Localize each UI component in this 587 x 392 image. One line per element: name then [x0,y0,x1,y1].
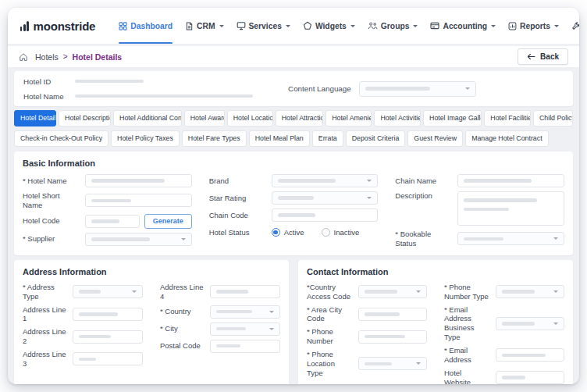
bookable-status-select[interactable] [457,232,564,245]
generate-button[interactable]: Generate [144,214,192,229]
address-line-2-input[interactable] [73,330,143,344]
star-rating-select[interactable] [272,191,379,205]
form-row: * Phone Number [307,327,427,346]
chain-name-input[interactable] [457,174,564,187]
tab-hotel-image-gallery[interactable]: Hotel Image Gallery [423,110,482,127]
section-title: Contact Information [307,267,564,276]
phone-number-type-select[interactable] [496,285,564,298]
radio-active[interactable]: Active [272,228,304,237]
tab-hotel-policy-taxes[interactable]: Hotel Policy Taxes [111,130,180,147]
address-line-4-input[interactable] [210,285,280,298]
crm-icon [185,22,194,30]
form-row: * Supplier [23,233,192,246]
country-select[interactable] [210,305,280,319]
city-select[interactable] [210,323,280,336]
dashboard-icon [119,22,127,30]
content-language-select[interactable] [359,81,476,97]
tab-manage-hotel-contract[interactable]: Manage Hotel Contract [465,130,548,147]
placeholder-bar [502,354,546,358]
form-row: Brand [209,174,379,187]
tab-hotel-meal-plan[interactable]: Hotel Meal Plan [249,130,310,147]
tab-hotel-facilities[interactable]: Hotel Facilities [484,110,531,127]
hotel-short-name-input[interactable] [85,194,192,207]
area-city-code-input[interactable] [358,308,427,321]
tab-hotel-details[interactable]: Hotel Details [14,110,56,127]
field-label: *Country Access Code [307,283,358,301]
tab-hotel-activities[interactable]: Hotel Activities [374,110,421,127]
phone-location-type-select[interactable] [358,357,427,370]
address-type-select[interactable] [73,285,143,298]
chevron-down-icon [416,362,421,365]
tab-hotel-additional-contact[interactable]: Hotel Additional Contact [113,110,182,127]
supplier-select[interactable] [85,233,192,246]
field-control: ActiveInactive [272,228,379,237]
content-language-label: Content Language [288,84,351,93]
form-column: * Phone Number Type* Email Address Busin… [444,283,564,384]
field-control [210,340,280,353]
nav-item-reports[interactable]: Reports [508,8,559,44]
field-label: * City [160,324,210,333]
address-contact-row: Address Information * Address TypeAddres… [14,255,573,384]
breadcrumb-hotels[interactable]: Hotels [35,52,59,62]
back-arrow-icon [527,53,535,60]
phone-number-input[interactable] [358,330,427,344]
postal-code-input[interactable] [210,340,280,353]
nav-item-groups[interactable]: Groups [368,8,418,44]
nav-item-utilities[interactable]: Utilities [571,8,579,44]
tab-hotel-award[interactable]: Hotel Award [184,110,225,127]
description-textarea[interactable] [457,191,564,226]
address-line-1-input[interactable] [73,308,143,321]
address-line-3-input[interactable] [73,352,143,365]
radio-inactive[interactable]: Inactive [322,228,360,237]
field-label: Address Line 3 [23,350,73,369]
tab-hotel-description[interactable]: Hotel Description [59,110,111,127]
chain-code-input[interactable] [272,208,379,222]
placeholder-bar [278,196,314,200]
field-control [272,174,379,187]
form-row: Star Rating [209,191,379,205]
hotel-code-input[interactable] [85,215,140,228]
field-control [496,348,564,362]
chevron-down-icon [286,25,290,27]
brand-logo[interactable]: moonstride [20,20,95,33]
hotel-name-input[interactable] [85,174,192,187]
tab-errata[interactable]: Errata [312,130,343,147]
hotel-website-input[interactable] [496,371,564,384]
brand-name: moonstride [34,20,96,33]
field-label: * Area City Code [307,305,358,324]
field-label: Hotel Website [444,369,496,384]
widgets-icon [303,21,312,30]
field-label: Chain Name [395,176,457,186]
field-control [358,285,427,298]
nav-item-crm[interactable]: CRM [185,8,223,44]
brand-select[interactable] [272,174,379,187]
tab-child-policy[interactable]: Child Policy [533,110,573,127]
form-row: Address Line 1 [23,305,143,324]
tab-deposit-criteria[interactable]: Deposit Criteria [346,130,406,147]
nav-item-services[interactable]: Services [237,8,290,44]
tab-hotel-amenies[interactable]: Hotel Amenies [326,110,372,127]
nav-item-dashboard[interactable]: Dashboard [119,8,173,44]
email-address-business-type-select[interactable] [496,317,564,330]
radio-option-label: Inactive [334,228,360,237]
tab-guest-review[interactable]: Guest Review [407,130,463,147]
tab-check-in-check-out-policy[interactable]: Check-in Check-Out Policy [14,130,109,147]
hotel-id-row: Hotel ID [23,77,272,86]
placeholder-bar [79,312,118,316]
field-label: * Phone Number [307,327,358,346]
field-label: Address Line 1 [23,305,73,324]
tab-hotel-location[interactable]: Hotel Location [227,110,273,127]
country-access-code-select[interactable] [358,285,427,298]
nav-item-accounting[interactable]: Accounting [430,8,496,44]
tab-hotel-attraction[interactable]: Hotel Attraction [276,110,323,127]
field-control [73,352,143,365]
email-address-input[interactable] [496,348,564,362]
field-control [210,305,280,319]
home-icon[interactable] [19,52,28,62]
utilities-icon [571,22,579,30]
nav-item-widgets[interactable]: Widgets [303,8,355,44]
tab-hotel-fare-types[interactable]: Hotel Fare Types [182,130,247,147]
field-control [358,357,427,370]
back-button[interactable]: Back [518,48,568,65]
placeholder-bar [365,335,405,339]
